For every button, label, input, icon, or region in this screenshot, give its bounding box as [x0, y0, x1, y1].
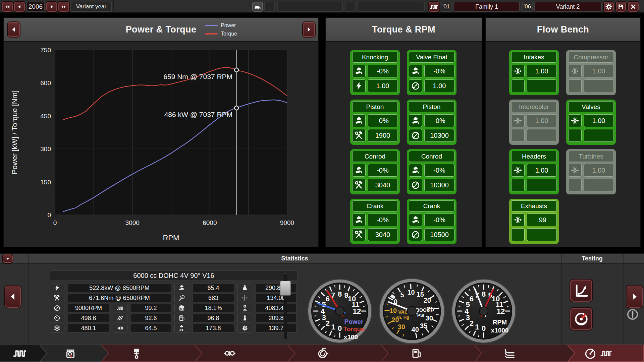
variant-year-selector[interactable]: Variant year	[70, 2, 112, 12]
service-cost-icon: $	[178, 295, 185, 301]
next-year-button[interactable]	[46, 2, 57, 12]
collapse-button[interactable]	[3, 254, 13, 263]
test-slider-handle[interactable]	[280, 281, 291, 296]
intercooler-value: 1.00	[527, 114, 557, 127]
torque-rpm-header: Torque & RPM	[326, 18, 482, 42]
svg-text:15: 15	[417, 291, 424, 298]
chart-next-button[interactable]	[303, 22, 315, 37]
legend-item-torque: Torque	[205, 31, 237, 37]
stat-value-4-loudness-icon: 64.5	[131, 324, 171, 333]
reliability-icon	[113, 304, 127, 312]
chart-prev-button[interactable]	[8, 22, 20, 37]
svg-text:Torque: Torque	[343, 325, 365, 333]
svg-text:40: 40	[412, 326, 419, 333]
dyno-marker	[234, 68, 238, 72]
piston-value: -0%	[368, 114, 398, 127]
car-model-field[interactable]	[277, 2, 343, 12]
double-left-icon	[4, 4, 10, 10]
first-year-button[interactable]	[2, 2, 13, 12]
crank-value: 10500	[424, 228, 454, 241]
svg-text:BOOST: BOOST	[416, 307, 433, 313]
boost-vacuum-gauge: 0510152025303540102030VACIn. HgBOOSTPSI	[377, 276, 447, 346]
prev-year-button[interactable]	[14, 2, 25, 12]
empty-tile	[511, 228, 525, 241]
legend-swatch	[205, 33, 218, 35]
save-icon	[618, 3, 624, 10]
empty-tile	[568, 79, 582, 92]
piston-torque-box: Piston-0%1900	[350, 100, 400, 145]
nav-bottom-end[interactable]	[195, 345, 295, 362]
variant-year-box[interactable]: '06	[522, 2, 533, 12]
rpm-gauge-icon-tile	[409, 228, 422, 241]
svg-text:9000: 9000	[280, 219, 294, 226]
dyno-annotation: 659 Nm @ 7037 RPM	[163, 73, 232, 80]
svg-text:30: 30	[398, 323, 405, 330]
settings-button[interactable]	[604, 2, 614, 12]
intercooler-value	[527, 129, 557, 142]
flow-icon-tile	[511, 114, 525, 127]
svg-text:150: 150	[40, 179, 51, 186]
svg-text:10: 10	[389, 307, 397, 314]
knocking-torque-box: Knocking-0%1.00	[350, 50, 400, 95]
car-button[interactable]	[252, 2, 263, 12]
economy-icon	[174, 304, 189, 312]
knock-icon-tile	[409, 164, 422, 177]
nav-top-end[interactable]	[101, 345, 202, 362]
flow-icon	[571, 67, 579, 75]
variant-name-box[interactable]: Variant 2	[534, 2, 602, 12]
economy-icon	[178, 305, 185, 311]
family-name-box[interactable]: Family 1	[453, 2, 520, 12]
stat-value-2-reliability-icon: 99.2	[131, 304, 171, 312]
rpm-gauge-icon	[411, 230, 420, 239]
production-units-icon	[241, 315, 248, 321]
rpm-gauge-icon	[54, 305, 60, 311]
knocking-value: -0%	[368, 65, 398, 77]
close-button[interactable]	[628, 2, 639, 12]
service-cost-icon: $	[174, 294, 189, 302]
double-right-icon	[61, 4, 67, 10]
dyno-graph-button[interactable]	[570, 280, 592, 302]
nav-aspiration[interactable]	[288, 345, 388, 362]
stat-value-4-engineering-time-icon: 139.7	[256, 324, 297, 333]
turbines-value	[584, 179, 614, 191]
empty-tile	[511, 129, 525, 142]
svg-text:5: 5	[400, 291, 404, 299]
next-page-button[interactable]	[627, 286, 643, 308]
svg-text:2: 2	[326, 319, 330, 327]
nav-fuel-system[interactable]	[381, 345, 482, 362]
variant-year-value[interactable]: 2006	[26, 2, 45, 12]
close-icon	[630, 4, 636, 10]
svg-text:6: 6	[470, 295, 474, 303]
run-test-button[interactable]	[570, 308, 592, 330]
flow-icon	[514, 166, 522, 175]
legend-label: Power	[221, 22, 236, 28]
knock-icon	[411, 116, 420, 125]
responsiveness-icon	[54, 315, 60, 321]
flow-icon-tile	[511, 164, 525, 177]
svg-text:1: 1	[475, 323, 479, 331]
last-year-button[interactable]	[58, 2, 69, 12]
dyno-annotation: 486 kW @ 7037 RPM	[164, 111, 232, 118]
rpm-gauge-icon	[411, 81, 420, 90]
svg-text:$: $	[244, 305, 246, 307]
svg-text:x1000: x1000	[491, 327, 509, 334]
nav-exhaust[interactable]	[474, 345, 575, 362]
rpm-gauge: 0123456789101112RPMx1000	[450, 278, 517, 345]
empty-tile	[568, 179, 582, 191]
warning-info-icon[interactable]	[627, 308, 639, 320]
torque-rpm-title: Torque & RPM	[372, 24, 435, 35]
engine-manager-button[interactable]	[429, 2, 439, 12]
trim-year-field[interactable]	[345, 2, 356, 12]
save-button[interactable]	[616, 2, 626, 12]
emissions-icon	[178, 325, 185, 331]
car-year-field[interactable]	[264, 2, 275, 12]
piston-title: Piston	[409, 101, 454, 112]
power-torque-chart: 01503004506007500300060009000RPMPower [k…	[4, 41, 319, 247]
trim-name-field[interactable]	[358, 2, 425, 12]
family-year-box[interactable]: '01	[441, 2, 451, 12]
loudness-icon	[117, 325, 123, 331]
prev-page-button[interactable]	[5, 286, 21, 308]
dyno-marker	[234, 106, 238, 110]
flow-icon-tile	[511, 65, 525, 77]
legend-label: Torque	[221, 31, 237, 37]
